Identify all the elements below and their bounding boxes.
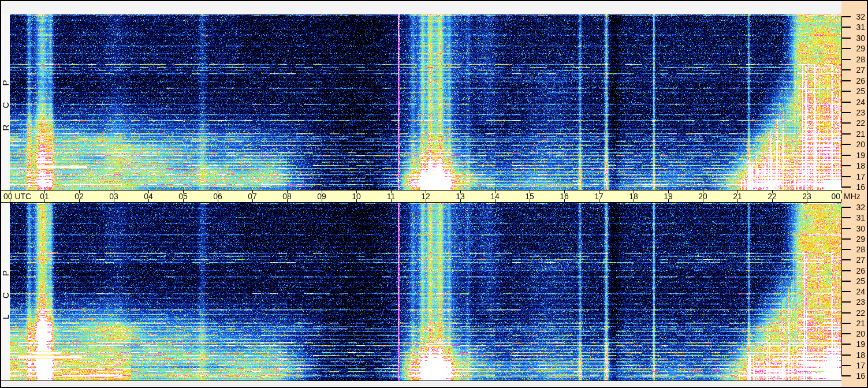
freq-tick	[841, 122, 851, 124]
freq-tick	[841, 217, 851, 218]
freq-tick	[841, 91, 851, 92]
time-label: 21	[726, 192, 749, 201]
app-window: AJ4CO Observatory 17 Jun 2023 - DPS on T…	[0, 0, 868, 388]
freq-label: 29	[852, 234, 865, 244]
time-label: 17	[587, 192, 610, 201]
time-axis-bottom-border	[1, 202, 841, 203]
freq-label: 22	[852, 118, 865, 128]
freq-label: 19	[852, 339, 865, 349]
spectrogram-lcp	[10, 203, 841, 380]
freq-tick	[841, 312, 851, 314]
freq-label: 28	[852, 245, 865, 254]
time-label: 00	[822, 192, 840, 201]
freq-tick	[841, 323, 851, 324]
freq-tick	[841, 186, 851, 188]
freq-label: 29	[852, 44, 865, 53]
freq-tick	[841, 270, 851, 271]
time-label: 08	[275, 192, 299, 201]
freq-label: 26	[852, 266, 865, 275]
freq-tick	[841, 112, 851, 113]
time-label: 11	[379, 192, 403, 201]
time-label: 19	[657, 192, 680, 201]
freq-label: 19	[852, 151, 865, 160]
freq-tick	[841, 176, 851, 177]
freq-label: 25	[852, 87, 865, 96]
freq-tick	[841, 375, 851, 376]
freq-tick	[841, 281, 851, 282]
freq-label: 32	[852, 12, 865, 21]
freq-label: 26	[852, 76, 865, 85]
freq-tick	[841, 228, 851, 229]
polarization-label-rcp: R C P	[1, 16, 10, 189]
title-bar: AJ4CO Observatory 17 Jun 2023 - DPS on T…	[1, 1, 840, 14]
freq-label: 16	[852, 371, 865, 380]
polarization-label-lcp: L C P	[1, 205, 10, 378]
freq-tick	[841, 259, 851, 260]
freq-label: 21	[852, 129, 865, 139]
freq-tick	[841, 301, 851, 303]
time-label: 13	[449, 192, 472, 201]
time-label: 06	[206, 192, 229, 201]
time-label: 03	[102, 192, 125, 201]
freq-label: 21	[852, 319, 865, 328]
freq-label: 23	[852, 108, 865, 117]
time-label: 07	[241, 192, 264, 201]
freq-tick	[841, 69, 851, 70]
spectrogram-rcp	[10, 14, 841, 190]
freq-label: 20	[852, 329, 865, 338]
time-label: 22	[761, 192, 784, 201]
freq-tick	[841, 133, 851, 135]
freq-tick	[841, 249, 851, 250]
freq-tick	[841, 333, 851, 334]
panel-bottom-border	[1, 380, 841, 381]
time-label: 12	[414, 192, 437, 201]
freq-label: 30	[852, 33, 865, 43]
freq-label: 17	[852, 172, 865, 181]
time-label: 15	[518, 192, 541, 201]
freq-tick	[841, 16, 851, 17]
freq-label: 17	[852, 361, 865, 370]
freq-label: 32	[852, 203, 865, 212]
freq-tick	[841, 238, 851, 240]
freq-tick	[841, 165, 851, 166]
time-tick	[841, 199, 842, 202]
time-axis: 00 UTC0102030405060708091011121314151617…	[1, 191, 841, 202]
freq-tick	[841, 291, 851, 292]
time-label: 10	[345, 192, 368, 201]
freq-tick	[841, 365, 851, 366]
time-label: 20	[691, 192, 714, 201]
freq-label: 16	[852, 182, 865, 192]
freq-label: 30	[852, 224, 865, 233]
freq-label: 27	[852, 65, 865, 74]
freq-tick	[841, 27, 851, 28]
freq-tick	[841, 207, 851, 208]
freq-label: 31	[852, 213, 865, 222]
time-label: 18	[622, 192, 645, 201]
time-label: 09	[310, 192, 333, 201]
freq-tick	[841, 59, 851, 60]
freq-label: 23	[852, 297, 865, 307]
time-label: 14	[483, 192, 506, 201]
time-label: 05	[172, 192, 195, 201]
time-tick	[841, 191, 842, 193]
freq-label: 24	[852, 98, 865, 107]
time-label: 04	[137, 192, 160, 201]
freq-tick	[841, 102, 851, 103]
time-label: 23	[795, 192, 818, 201]
freq-tick	[841, 155, 851, 156]
freq-label: 31	[852, 23, 865, 32]
time-label: 02	[68, 192, 91, 201]
freq-label: 20	[852, 140, 865, 149]
freq-tick	[841, 355, 851, 356]
freq-label: 18	[852, 350, 865, 360]
time-label: 01	[33, 192, 56, 201]
mhz-unit-label: MHz	[844, 192, 860, 201]
freq-label: 28	[852, 55, 865, 64]
freq-label: 25	[852, 277, 865, 286]
freq-tick	[841, 344, 851, 345]
freq-tick	[841, 144, 851, 145]
freq-label: 22	[852, 308, 865, 318]
freq-label: 18	[852, 161, 865, 170]
freq-tick	[841, 38, 851, 39]
freq-label: 24	[852, 287, 865, 296]
